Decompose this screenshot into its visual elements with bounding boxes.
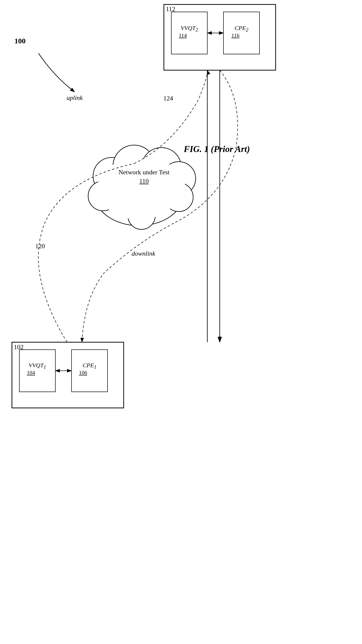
cloud-text: Network under Test 110 <box>112 169 176 185</box>
cpe1-label: CPE1 <box>74 362 105 370</box>
ref-102: 102 <box>14 344 24 351</box>
svg-point-17 <box>164 183 193 212</box>
downlink-label: downlink <box>132 250 155 258</box>
ref-100-label: 100 <box>15 37 26 45</box>
svg-rect-4 <box>171 12 207 54</box>
ref-116: 116 <box>231 32 239 39</box>
fig-label: FIG. 1 (Prior Art) <box>184 144 250 154</box>
ref-112: 112 <box>166 6 175 13</box>
ref-104: 104 <box>27 370 35 376</box>
ref-120: 120 <box>35 242 45 250</box>
vvqt1-label: VVQT1 <box>22 362 53 370</box>
ref-124: 124 <box>163 95 173 102</box>
svg-rect-5 <box>224 12 259 54</box>
cpe2-label: CPE2 <box>226 25 257 33</box>
ref-114: 114 <box>179 32 187 39</box>
svg-point-18 <box>128 202 155 230</box>
ref-106: 106 <box>79 370 87 376</box>
diagram-container: 100 112 VVQT2 114 CPE2 116 102 VVQT1 104… <box>0 0 362 644</box>
vvqt2-label: VVQT2 <box>174 25 205 33</box>
diagram-svg <box>0 0 362 644</box>
svg-point-16 <box>88 181 118 211</box>
svg-rect-9 <box>72 350 107 392</box>
uplink-label: uplink <box>67 94 83 102</box>
svg-rect-8 <box>19 350 55 392</box>
